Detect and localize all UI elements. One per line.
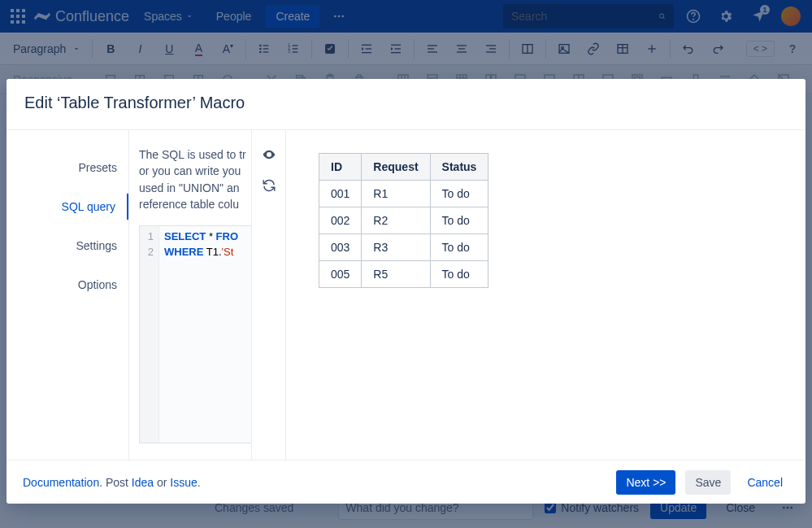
table-cell: To do [430,234,489,261]
table-cell: R2 [362,207,430,234]
column-header: Request [362,154,430,181]
table-cell: R3 [362,234,430,261]
modal-footer: Documentation. Post Idea or Issue. Next … [7,460,805,504]
preview-tools [252,130,286,460]
issue-link[interactable]: Issue [170,476,197,489]
tab-options[interactable]: Options [7,272,128,298]
table-cell: 001 [319,181,362,207]
table-row: 003R3To do [319,234,489,261]
table-row: 005R5To do [319,261,489,288]
macro-editor-modal: Edit ‘Table Transformer’ Macro Presets S… [7,79,805,504]
tab-sql-query[interactable]: SQL query [7,194,128,220]
tab-settings[interactable]: Settings [7,233,128,259]
sql-description: The SQL is used to tror you can write yo… [139,146,251,212]
footer-doc-text: Documentation. Post Idea or Issue. [23,476,201,489]
column-header: Status [430,154,489,181]
table-header-row: IDRequestStatus [319,154,489,181]
modal-sidebar: Presets SQL query Settings Options [7,130,128,460]
cancel-button[interactable]: Cancel [740,470,789,495]
sql-code[interactable]: SELECT * FROWHERE T1.'St [159,226,243,443]
table-cell: R5 [362,261,430,288]
modal-title: Edit ‘Table Transformer’ Macro [7,79,805,129]
tab-presets[interactable]: Presets [7,155,128,181]
table-cell: To do [430,181,489,207]
documentation-link[interactable]: Documentation [23,476,99,489]
preview-area: IDRequestStatus 001R1To do002R2To do003R… [286,130,805,460]
preview-table: IDRequestStatus 001R1To do002R2To do003R… [319,153,489,288]
save-button[interactable]: Save [685,470,731,495]
next-button[interactable]: Next >> [616,470,675,495]
idea-link[interactable]: Idea [132,476,154,489]
table-row: 002R2To do [319,207,489,234]
table-cell: To do [430,261,489,288]
sql-editor[interactable]: 12 SELECT * FROWHERE T1.'St [139,225,251,443]
sql-gutter: 12 [140,226,159,443]
refresh-icon[interactable] [259,176,279,195]
table-cell: To do [430,207,489,234]
column-header: ID [319,154,362,181]
sql-panel: The SQL is used to tror you can write yo… [128,130,252,460]
preview-eye-icon[interactable] [259,145,279,164]
table-cell: 003 [319,234,362,261]
table-cell: R1 [362,181,430,207]
table-cell: 005 [319,261,362,288]
table-cell: 002 [319,207,362,234]
table-row: 001R1To do [319,181,489,207]
